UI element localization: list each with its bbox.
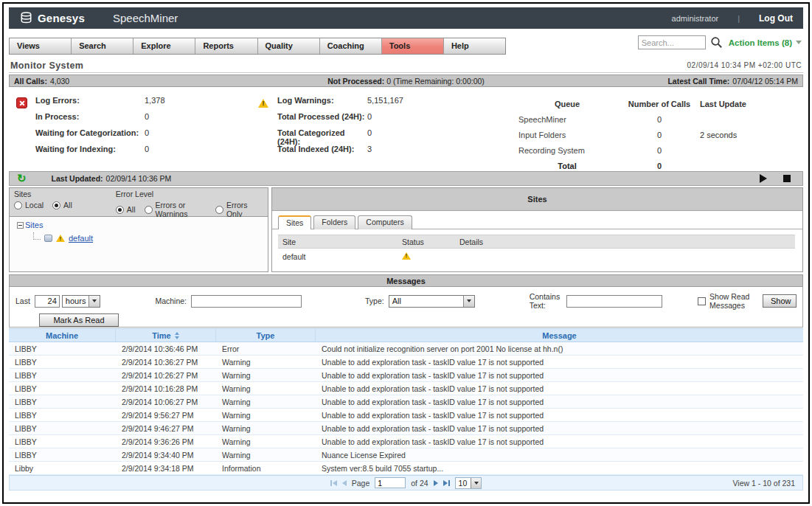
tab-search[interactable]: Search [72,38,133,54]
sort-icon[interactable] [175,332,179,339]
refresh-icon[interactable]: ↻ [17,173,27,184]
cell-time: 2/9/2014 9:56:27 PM [116,411,216,420]
last-page-button[interactable] [443,480,450,486]
tree-root-link[interactable]: Sites [25,221,43,229]
message-row[interactable]: Libby 2/9/2014 9:34:18 PM Information Sy… [9,462,803,475]
stat-value: 0 [367,128,372,137]
message-row[interactable]: LIBBY 2/9/2014 10:36:27 PM Warning Unabl… [9,356,803,369]
message-row[interactable]: LIBBY 2/9/2014 10:26:27 PM Warning Unabl… [9,369,803,382]
message-row[interactable]: LIBBY 2/9/2014 9:56:27 PM Warning Unable… [9,409,803,422]
queue-total-row: Total 0 [516,158,768,173]
dropdown-arrow-icon[interactable] [463,296,474,307]
message-col-header[interactable]: Message [316,329,803,342]
tab-help[interactable]: Help [444,38,505,54]
type-select[interactable]: All [389,295,475,308]
cell-machine: LIBBY [9,451,116,460]
stat-label: Total Categorized (24H): [277,128,367,146]
mark-as-read-button[interactable]: Mark As Read [39,313,119,327]
dropdown-arrow-icon[interactable] [89,296,100,307]
chevron-down-icon [796,41,802,44]
tab-reports[interactable]: Reports [195,38,257,54]
cell-time: 2/9/2014 10:06:27 PM [116,398,216,406]
sites-tabstrip: Sites Folders Computers [272,211,802,229]
cell-time: 2/9/2014 9:46:27 PM [116,424,216,433]
time-col-header[interactable]: Time [116,329,216,342]
action-items-dropdown[interactable]: Action Items (8) [729,38,802,47]
radio-local[interactable] [14,201,22,209]
app-header: Genesys SpeechMiner administrator | Log … [9,7,803,29]
cell-machine: LIBBY [9,358,116,367]
stat-value: 1,378 [145,96,165,105]
cell-type: Warning [216,424,316,433]
stat-value: 3 [367,145,372,153]
prev-page-button[interactable] [342,480,347,486]
site-status-row[interactable]: default [278,249,795,264]
machine-col-header[interactable]: Machine [9,329,116,342]
next-page-button[interactable] [434,480,438,486]
page-of-label: of 24 [411,479,428,488]
type-col-header[interactable]: Type [216,329,316,342]
message-row[interactable]: LIBBY 2/9/2014 10:06:27 PM Warning Unabl… [9,395,803,409]
tab-quality[interactable]: Quality [258,38,320,54]
play-icon[interactable] [760,174,767,183]
last-unit-select[interactable]: hours [62,295,101,308]
queue-name: Recording System [516,146,619,155]
last-value-input[interactable] [35,295,60,308]
queue-name: Total [516,162,619,170]
show-button[interactable]: Show [763,294,797,308]
username[interactable]: administrator [672,14,719,23]
radio-all-sites[interactable] [52,201,60,209]
stat-label: Total Processed (24H): [277,112,367,121]
tab-views[interactable]: Views [10,38,72,54]
page-title: Monitor System [10,60,83,71]
search-input[interactable] [638,35,706,49]
radio-errors-or-warnings[interactable] [145,206,153,214]
tree-site-link[interactable]: default [69,234,93,243]
sites-panel-title: Sites [272,188,802,211]
cell-type: Warning [216,358,316,367]
page-size-select[interactable]: 10 [455,477,482,489]
warnings-stats-group: Log Warnings:5,151,167 Total Processed (… [258,96,494,168]
dropdown-arrow-icon[interactable] [471,478,481,488]
show-read-label[interactable]: Show Read Messages [709,292,763,310]
tree-collapse-icon[interactable] [17,222,24,229]
radio-local-label[interactable]: Local [25,201,44,209]
radio-all-sites-label[interactable]: All [63,201,72,209]
message-row[interactable]: LIBBY 2/9/2014 9:36:26 PM Warning Unable… [9,435,803,448]
status-col-header: Status [402,238,459,246]
message-row[interactable]: LIBBY 2/9/2014 9:46:27 PM Warning Unable… [9,422,803,435]
messages-section-title: Messages [9,274,803,287]
tab-coaching[interactable]: Coaching [320,38,382,54]
logout-button[interactable]: Log Out [759,13,793,24]
search-icon[interactable] [710,36,723,49]
queue-row: SpeechMiner 0 [516,111,768,127]
show-read-checkbox[interactable] [698,297,706,305]
stat-value: 0 [145,112,149,121]
contains-text-input[interactable] [566,295,662,308]
machine-input[interactable] [191,295,302,308]
tab-folders[interactable]: Folders [313,215,355,229]
error-icon [16,97,27,108]
message-row[interactable]: LIBBY 2/9/2014 10:16:28 PM Warning Unabl… [9,382,803,395]
queue-header: Number of Calls [619,100,700,108]
message-row[interactable]: LIBBY 2/9/2014 10:36:46 PM Error Could n… [9,342,803,356]
radio-errors-only[interactable] [215,206,223,214]
message-row[interactable]: LIBBY 2/9/2014 9:34:40 PM Warning Nuance… [9,448,803,462]
stat-value: 0 [145,128,149,137]
radio-errors-only-label[interactable]: Errors Only [226,201,257,218]
first-page-button[interactable] [330,480,337,486]
radio-errorlevel-all-label[interactable]: All [127,205,136,214]
refresh-bar: ↻ Last Updated: 02/09/14 10:36 PM [9,171,803,186]
page-number-input[interactable] [375,477,406,488]
cell-message: System ver:8.5 build 7055 startup... [316,464,803,473]
stat-label: Waiting for Indexing: [35,145,145,153]
stop-icon[interactable] [783,175,791,182]
machine-label: Machine: [155,297,187,305]
tab-tools[interactable]: Tools [382,38,444,54]
radio-errorlevel-all[interactable] [116,206,124,214]
details-col-header: Details [459,238,795,246]
radio-errors-or-warnings-label[interactable]: Errors or Warnings [156,201,207,218]
tab-computers[interactable]: Computers [358,215,412,229]
tab-explore[interactable]: Explore [133,38,195,54]
tab-sites[interactable]: Sites [278,215,311,229]
